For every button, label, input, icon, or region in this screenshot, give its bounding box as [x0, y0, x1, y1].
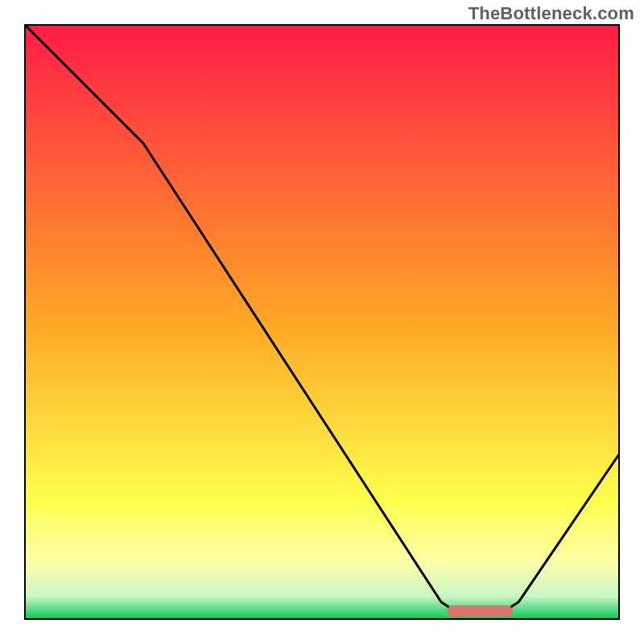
chart-container: TheBottleneck.com — [0, 0, 644, 644]
plot-area — [24, 24, 620, 620]
watermark-text: TheBottleneck.com — [469, 3, 634, 24]
svg-rect-1 — [447, 605, 512, 617]
bottleneck-chart — [24, 24, 620, 620]
